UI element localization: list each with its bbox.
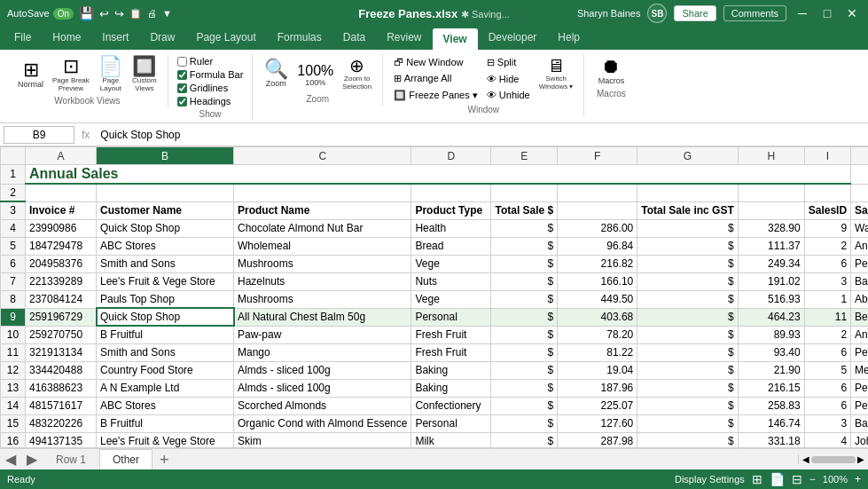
col-header-e[interactable]: E — [491, 147, 558, 165]
cell-b7[interactable]: Lee's Fruit & Vege Store — [97, 272, 234, 290]
cell-a7[interactable]: 221339289 — [26, 272, 97, 290]
cell-e8[interactable]: 449.50 — [558, 290, 637, 308]
h-scroll[interactable]: ◀ ▶ — [798, 454, 868, 464]
col-header-b[interactable]: B — [97, 147, 234, 165]
cell-a12[interactable]: 334420488 — [26, 361, 97, 379]
gridlines-checkbox[interactable]: Gridlines — [176, 82, 246, 94]
cell-e16-dollar[interactable]: $ — [491, 432, 558, 447]
freeze-panes-button[interactable]: 🔲 Freeze Panes ▾ — [390, 88, 481, 103]
unhide-button[interactable]: 👁 Unhide — [483, 88, 534, 102]
col-customer[interactable]: Customer Name — [97, 201, 234, 219]
cell-e13-dollar[interactable]: $ — [491, 379, 558, 397]
cell-f16[interactable]: 331.18 — [738, 432, 804, 447]
cell-e6[interactable]: 216.82 — [558, 255, 637, 272]
cell-e14-dollar[interactable]: $ — [491, 397, 558, 414]
cell-h9[interactable]: Bevan — [851, 308, 868, 326]
cell-b16[interactable]: Lee's Fruit & Vege Store — [97, 432, 234, 447]
cell-h5[interactable]: Anne — [851, 237, 868, 255]
cell-e15-dollar[interactable]: $ — [491, 414, 558, 432]
cell-f5[interactable]: 111.37 — [738, 237, 804, 255]
cell-f8[interactable]: 516.93 — [738, 290, 804, 308]
cell-h8[interactable]: Able — [851, 290, 868, 308]
cell-b5[interactable]: ABC Stores — [97, 237, 234, 255]
zoom-in-status[interactable]: + — [855, 473, 861, 485]
cell-i2[interactable] — [804, 184, 850, 201]
cell-f11-dollar[interactable]: $ — [637, 343, 738, 361]
cell-g4[interactable]: 9 — [804, 219, 850, 237]
cell-c4[interactable]: Chocolate Almond Nut Bar — [234, 219, 411, 237]
cell-g13[interactable]: 6 — [804, 379, 850, 397]
cell-g6[interactable]: 6 — [804, 255, 850, 272]
cell-b11[interactable]: Smith and Sons — [97, 343, 234, 361]
ruler-checkbox[interactable]: Ruler — [176, 55, 246, 67]
cell-e5-dollar[interactable]: $ — [491, 237, 558, 255]
col-type[interactable]: Product Type — [411, 201, 491, 219]
cell-e11[interactable]: 81.22 — [558, 343, 637, 361]
cell-h16[interactable]: John — [851, 432, 868, 447]
tab-file[interactable]: File — [4, 27, 42, 50]
cell-f12-dollar[interactable]: $ — [637, 361, 738, 379]
col-gst[interactable]: Total Sale inc GST — [637, 201, 738, 219]
cell-a15[interactable]: 483220226 — [26, 414, 97, 432]
save-icon[interactable]: 💾 — [79, 6, 94, 20]
cell-c12[interactable]: Almds - sliced 100g — [234, 361, 411, 379]
display-settings-label[interactable]: Display Settings — [675, 474, 745, 485]
formula-bar-check-input[interactable] — [177, 70, 187, 80]
cell-e2[interactable] — [491, 184, 558, 201]
cell-f8-dollar[interactable]: $ — [637, 290, 738, 308]
tab-view[interactable]: View — [433, 28, 478, 50]
cell-a14[interactable]: 481571617 — [26, 397, 97, 414]
cell-b8[interactable]: Pauls Top Shop — [97, 290, 234, 308]
gridlines-check-input[interactable] — [177, 83, 187, 93]
zoom-selection-button[interactable]: ⊕ Zoom toSelection — [339, 55, 375, 92]
cell-b4[interactable]: Quick Stop Shop — [97, 219, 234, 237]
custom-views-button[interactable]: 🔲 CustomViews — [129, 55, 160, 94]
cell-d13[interactable]: Baking — [411, 379, 491, 397]
cell-d5[interactable]: Bread — [411, 237, 491, 255]
cell-e14[interactable]: 225.07 — [558, 397, 637, 414]
col-salesperson[interactable]: Salesperson — [851, 201, 868, 219]
undo-icon[interactable]: ↩ — [99, 7, 109, 20]
col-header-i[interactable]: I — [804, 147, 850, 165]
cell-e11-dollar[interactable]: $ — [491, 343, 558, 361]
col-header-c[interactable]: C — [234, 147, 411, 165]
cell-e4[interactable]: 286.00 — [558, 219, 637, 237]
hide-button[interactable]: 👁 Hide — [483, 72, 534, 86]
cell-f4-dollar[interactable]: $ — [637, 219, 738, 237]
comments-button[interactable]: Comments — [723, 5, 786, 21]
cell-f13[interactable]: 216.15 — [738, 379, 804, 397]
cell-c16[interactable]: Skim — [234, 432, 411, 447]
cell-b9[interactable]: Quick Stop Shop — [97, 308, 234, 326]
cell-e9[interactable]: 403.68 — [558, 308, 637, 326]
cell-g10[interactable]: 2 — [804, 326, 850, 343]
table-scroll-area[interactable]: A B C D E F G H I J 1 — [0, 146, 868, 447]
switch-windows-button[interactable]: 🖥 SwitchWindows ▾ — [536, 55, 577, 92]
cell-d10[interactable]: Fresh Fruit — [411, 326, 491, 343]
cell-f11[interactable]: 93.40 — [738, 343, 804, 361]
cell-e10-dollar[interactable]: $ — [491, 326, 558, 343]
cell-f15-dollar[interactable]: $ — [637, 414, 738, 432]
headings-check-input[interactable] — [177, 97, 187, 106]
cell-h11[interactable]: Peter — [851, 343, 868, 361]
col-header-h[interactable]: H — [738, 147, 804, 165]
page-layout-status[interactable]: 📄 — [770, 472, 785, 486]
cell-h10[interactable]: Anne — [851, 326, 868, 343]
tab-formulas[interactable]: Formulas — [267, 27, 332, 50]
cell-f2[interactable] — [558, 184, 637, 201]
cell-d8[interactable]: Vege — [411, 290, 491, 308]
tab-review[interactable]: Review — [376, 27, 432, 50]
col-invoice[interactable]: Invoice # — [26, 201, 97, 219]
formula-input[interactable] — [97, 126, 864, 144]
cell-reference-box[interactable] — [4, 126, 74, 144]
cell-c6[interactable]: Mushrooms — [234, 255, 411, 272]
cell-h13[interactable]: Peter — [851, 379, 868, 397]
print-icon[interactable]: 🖨 — [147, 8, 157, 19]
normal-view-button[interactable]: ⊞ Normal — [14, 59, 47, 91]
cell-e4-dollar[interactable]: $ — [491, 219, 558, 237]
cell-c15[interactable]: Organic Cond with Almond Essence — [234, 414, 411, 432]
cell-a9[interactable]: 259196729 — [26, 308, 97, 326]
col-total-sale[interactable]: Total Sale $ — [491, 201, 558, 219]
cell-f6[interactable]: 249.34 — [738, 255, 804, 272]
cell-e12-dollar[interactable]: $ — [491, 361, 558, 379]
cell-f4[interactable]: 328.90 — [738, 219, 804, 237]
